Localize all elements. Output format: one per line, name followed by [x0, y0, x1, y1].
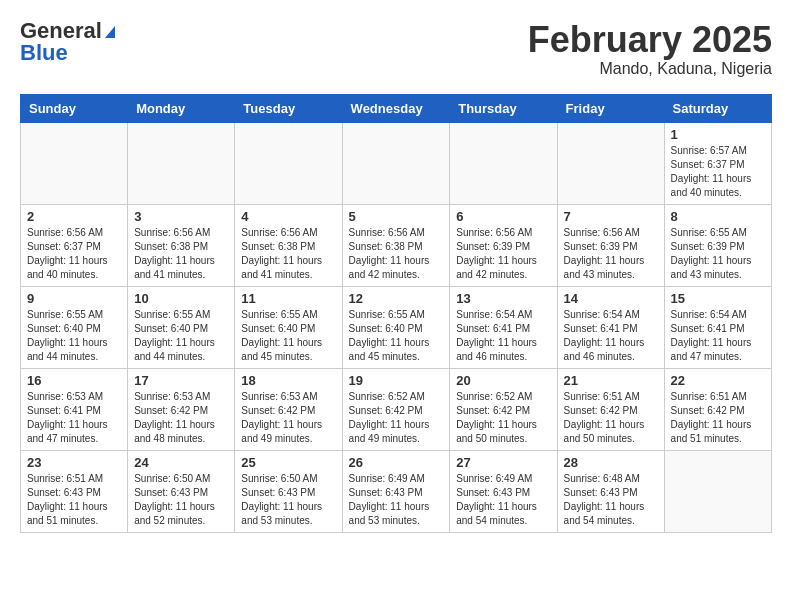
calendar-week-1: 1Sunrise: 6:57 AM Sunset: 6:37 PM Daylig… [21, 122, 772, 204]
calendar-cell: 17Sunrise: 6:53 AM Sunset: 6:42 PM Dayli… [128, 368, 235, 450]
calendar-cell: 8Sunrise: 6:55 AM Sunset: 6:39 PM Daylig… [664, 204, 771, 286]
calendar-header-friday: Friday [557, 94, 664, 122]
day-number: 22 [671, 373, 765, 388]
calendar-header-wednesday: Wednesday [342, 94, 450, 122]
day-number: 25 [241, 455, 335, 470]
day-info: Sunrise: 6:52 AM Sunset: 6:42 PM Dayligh… [456, 390, 550, 446]
day-number: 3 [134, 209, 228, 224]
day-info: Sunrise: 6:55 AM Sunset: 6:40 PM Dayligh… [27, 308, 121, 364]
day-number: 2 [27, 209, 121, 224]
calendar-cell: 28Sunrise: 6:48 AM Sunset: 6:43 PM Dayli… [557, 450, 664, 532]
day-number: 13 [456, 291, 550, 306]
page-header: General Blue February 2025 Mando, Kaduna… [20, 20, 772, 78]
day-number: 8 [671, 209, 765, 224]
day-number: 1 [671, 127, 765, 142]
day-info: Sunrise: 6:49 AM Sunset: 6:43 PM Dayligh… [349, 472, 444, 528]
day-number: 18 [241, 373, 335, 388]
calendar-cell: 13Sunrise: 6:54 AM Sunset: 6:41 PM Dayli… [450, 286, 557, 368]
calendar-cell [664, 450, 771, 532]
day-info: Sunrise: 6:53 AM Sunset: 6:42 PM Dayligh… [134, 390, 228, 446]
day-number: 9 [27, 291, 121, 306]
calendar-cell [557, 122, 664, 204]
day-number: 23 [27, 455, 121, 470]
day-info: Sunrise: 6:48 AM Sunset: 6:43 PM Dayligh… [564, 472, 658, 528]
calendar-cell: 14Sunrise: 6:54 AM Sunset: 6:41 PM Dayli… [557, 286, 664, 368]
calendar-week-5: 23Sunrise: 6:51 AM Sunset: 6:43 PM Dayli… [21, 450, 772, 532]
calendar-cell: 23Sunrise: 6:51 AM Sunset: 6:43 PM Dayli… [21, 450, 128, 532]
calendar-cell: 7Sunrise: 6:56 AM Sunset: 6:39 PM Daylig… [557, 204, 664, 286]
calendar-cell: 5Sunrise: 6:56 AM Sunset: 6:38 PM Daylig… [342, 204, 450, 286]
calendar-cell: 11Sunrise: 6:55 AM Sunset: 6:40 PM Dayli… [235, 286, 342, 368]
day-number: 15 [671, 291, 765, 306]
day-number: 27 [456, 455, 550, 470]
day-info: Sunrise: 6:55 AM Sunset: 6:40 PM Dayligh… [134, 308, 228, 364]
calendar-cell: 12Sunrise: 6:55 AM Sunset: 6:40 PM Dayli… [342, 286, 450, 368]
calendar-cell: 25Sunrise: 6:50 AM Sunset: 6:43 PM Dayli… [235, 450, 342, 532]
logo-general-text: General [20, 20, 115, 42]
calendar-cell: 15Sunrise: 6:54 AM Sunset: 6:41 PM Dayli… [664, 286, 771, 368]
day-info: Sunrise: 6:52 AM Sunset: 6:42 PM Dayligh… [349, 390, 444, 446]
day-number: 12 [349, 291, 444, 306]
day-number: 16 [27, 373, 121, 388]
calendar-cell: 3Sunrise: 6:56 AM Sunset: 6:38 PM Daylig… [128, 204, 235, 286]
day-info: Sunrise: 6:53 AM Sunset: 6:41 PM Dayligh… [27, 390, 121, 446]
day-info: Sunrise: 6:54 AM Sunset: 6:41 PM Dayligh… [564, 308, 658, 364]
calendar-week-2: 2Sunrise: 6:56 AM Sunset: 6:37 PM Daylig… [21, 204, 772, 286]
calendar-cell [128, 122, 235, 204]
day-info: Sunrise: 6:53 AM Sunset: 6:42 PM Dayligh… [241, 390, 335, 446]
day-info: Sunrise: 6:56 AM Sunset: 6:39 PM Dayligh… [456, 226, 550, 282]
calendar-header-tuesday: Tuesday [235, 94, 342, 122]
day-number: 19 [349, 373, 444, 388]
calendar-cell: 27Sunrise: 6:49 AM Sunset: 6:43 PM Dayli… [450, 450, 557, 532]
day-info: Sunrise: 6:55 AM Sunset: 6:40 PM Dayligh… [241, 308, 335, 364]
day-info: Sunrise: 6:56 AM Sunset: 6:38 PM Dayligh… [134, 226, 228, 282]
calendar-cell: 20Sunrise: 6:52 AM Sunset: 6:42 PM Dayli… [450, 368, 557, 450]
day-info: Sunrise: 6:49 AM Sunset: 6:43 PM Dayligh… [456, 472, 550, 528]
day-info: Sunrise: 6:54 AM Sunset: 6:41 PM Dayligh… [671, 308, 765, 364]
calendar-cell: 9Sunrise: 6:55 AM Sunset: 6:40 PM Daylig… [21, 286, 128, 368]
calendar-week-3: 9Sunrise: 6:55 AM Sunset: 6:40 PM Daylig… [21, 286, 772, 368]
day-info: Sunrise: 6:51 AM Sunset: 6:43 PM Dayligh… [27, 472, 121, 528]
day-number: 21 [564, 373, 658, 388]
calendar-cell: 6Sunrise: 6:56 AM Sunset: 6:39 PM Daylig… [450, 204, 557, 286]
day-info: Sunrise: 6:56 AM Sunset: 6:38 PM Dayligh… [349, 226, 444, 282]
day-number: 7 [564, 209, 658, 224]
day-info: Sunrise: 6:54 AM Sunset: 6:41 PM Dayligh… [456, 308, 550, 364]
day-number: 10 [134, 291, 228, 306]
day-info: Sunrise: 6:56 AM Sunset: 6:37 PM Dayligh… [27, 226, 121, 282]
day-number: 24 [134, 455, 228, 470]
calendar-cell: 18Sunrise: 6:53 AM Sunset: 6:42 PM Dayli… [235, 368, 342, 450]
calendar-cell [450, 122, 557, 204]
day-number: 17 [134, 373, 228, 388]
day-number: 20 [456, 373, 550, 388]
calendar-cell [235, 122, 342, 204]
day-number: 14 [564, 291, 658, 306]
calendar-cell: 24Sunrise: 6:50 AM Sunset: 6:43 PM Dayli… [128, 450, 235, 532]
calendar-cell: 26Sunrise: 6:49 AM Sunset: 6:43 PM Dayli… [342, 450, 450, 532]
calendar-header-row: SundayMondayTuesdayWednesdayThursdayFrid… [21, 94, 772, 122]
calendar-cell [342, 122, 450, 204]
calendar-header-monday: Monday [128, 94, 235, 122]
calendar-cell: 19Sunrise: 6:52 AM Sunset: 6:42 PM Dayli… [342, 368, 450, 450]
calendar-cell: 4Sunrise: 6:56 AM Sunset: 6:38 PM Daylig… [235, 204, 342, 286]
calendar-cell: 21Sunrise: 6:51 AM Sunset: 6:42 PM Dayli… [557, 368, 664, 450]
day-number: 4 [241, 209, 335, 224]
calendar-cell [21, 122, 128, 204]
day-number: 11 [241, 291, 335, 306]
day-info: Sunrise: 6:56 AM Sunset: 6:39 PM Dayligh… [564, 226, 658, 282]
calendar-cell: 16Sunrise: 6:53 AM Sunset: 6:41 PM Dayli… [21, 368, 128, 450]
calendar-header-saturday: Saturday [664, 94, 771, 122]
location-title: Mando, Kaduna, Nigeria [528, 60, 772, 78]
day-info: Sunrise: 6:57 AM Sunset: 6:37 PM Dayligh… [671, 144, 765, 200]
calendar-week-4: 16Sunrise: 6:53 AM Sunset: 6:41 PM Dayli… [21, 368, 772, 450]
calendar-header-sunday: Sunday [21, 94, 128, 122]
calendar-cell: 10Sunrise: 6:55 AM Sunset: 6:40 PM Dayli… [128, 286, 235, 368]
day-number: 6 [456, 209, 550, 224]
calendar-cell: 22Sunrise: 6:51 AM Sunset: 6:42 PM Dayli… [664, 368, 771, 450]
day-info: Sunrise: 6:51 AM Sunset: 6:42 PM Dayligh… [564, 390, 658, 446]
day-info: Sunrise: 6:51 AM Sunset: 6:42 PM Dayligh… [671, 390, 765, 446]
day-info: Sunrise: 6:56 AM Sunset: 6:38 PM Dayligh… [241, 226, 335, 282]
logo-blue-text: Blue [20, 42, 115, 64]
day-info: Sunrise: 6:55 AM Sunset: 6:40 PM Dayligh… [349, 308, 444, 364]
day-info: Sunrise: 6:55 AM Sunset: 6:39 PM Dayligh… [671, 226, 765, 282]
